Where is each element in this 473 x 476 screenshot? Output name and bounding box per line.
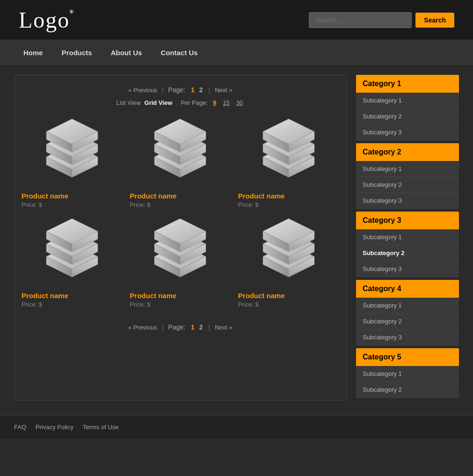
category-block-5: Category 5 Subcategory 1 Subcategory 2 bbox=[356, 348, 459, 398]
product-image-1 bbox=[22, 116, 123, 188]
product-image-6 bbox=[238, 215, 339, 288]
search-button[interactable]: Search bbox=[415, 13, 454, 28]
logo-star: ✳ bbox=[69, 8, 74, 15]
product-item-4[interactable]: Product name Price: $ bbox=[22, 215, 123, 308]
product-icon-svg-3 bbox=[251, 116, 326, 188]
product-image-4 bbox=[22, 215, 123, 288]
product-item-2[interactable]: Product name Price: $ bbox=[130, 116, 231, 208]
category-block-3: Category 3 Subcategory 1 Subcategory 2 S… bbox=[356, 212, 459, 277]
category-block-4: Category 4 Subcategory 1 Subcategory 2 S… bbox=[356, 280, 459, 345]
product-item-6[interactable]: Product name Price: $ bbox=[238, 215, 339, 308]
product-icon-svg-2 bbox=[143, 116, 218, 188]
product-name-2: Product name bbox=[130, 192, 176, 200]
logo-text: Logo bbox=[19, 7, 70, 32]
product-icon-svg-6 bbox=[251, 215, 326, 288]
product-item-1[interactable]: Product name Price: $ bbox=[22, 116, 123, 208]
subcategory-1-1[interactable]: Subcategory 1 bbox=[356, 93, 459, 109]
product-price-2: Price: $ bbox=[130, 201, 150, 208]
footer-link-faq[interactable]: FAQ bbox=[14, 424, 26, 431]
prev-page-top[interactable]: « Previous bbox=[128, 87, 157, 94]
product-icon-svg-4 bbox=[35, 215, 109, 288]
product-price-1: Price: $ bbox=[22, 201, 42, 208]
product-item-3[interactable]: Product name Price: $ bbox=[238, 116, 339, 208]
header: Logo✳ Search bbox=[0, 0, 473, 40]
footer-link-privacy[interactable]: Privacy Policy bbox=[36, 424, 73, 431]
product-name-5: Product name bbox=[130, 292, 176, 300]
product-image-5 bbox=[130, 215, 231, 288]
search-area: Search bbox=[309, 12, 454, 28]
per-page-9[interactable]: 9 bbox=[213, 99, 216, 106]
sep-top: | bbox=[162, 86, 164, 94]
category-block-1: Category 1 Subcategory 1 Subcategory 2 S… bbox=[356, 75, 459, 140]
product-icon-svg-5 bbox=[143, 215, 218, 288]
category-header-4[interactable]: Category 4 bbox=[356, 280, 459, 298]
sidebar: Category 1 Subcategory 1 Subcategory 2 S… bbox=[356, 75, 459, 401]
product-name-4: Product name bbox=[22, 292, 68, 300]
category-header-3[interactable]: Category 3 bbox=[356, 212, 459, 229]
product-name-6: Product name bbox=[238, 292, 285, 300]
subcategory-4-3[interactable]: Subcategory 3 bbox=[356, 330, 459, 345]
page-label-bottom: Page: bbox=[168, 323, 185, 331]
subcategory-3-3[interactable]: Subcategory 3 bbox=[356, 261, 459, 277]
product-name-1: Product name bbox=[22, 192, 68, 200]
product-price-4: Price: $ bbox=[22, 301, 42, 308]
subcategory-4-2[interactable]: Subcategory 2 bbox=[356, 314, 459, 330]
product-image-3 bbox=[238, 116, 339, 188]
view-options: List View Grid View Per Page: 9 15 30 bbox=[22, 99, 339, 111]
grid-view-btn[interactable]: Grid View bbox=[145, 99, 173, 106]
subcategory-5-1[interactable]: Subcategory 1 bbox=[356, 366, 459, 382]
page2-bottom[interactable]: 2 bbox=[199, 323, 203, 331]
page1-bottom[interactable]: 1 bbox=[191, 323, 195, 331]
category-block-2: Category 2 Subcategory 1 Subcategory 2 S… bbox=[356, 143, 459, 209]
subcategory-3-1[interactable]: Subcategory 1 bbox=[356, 229, 459, 245]
subcategory-3-2[interactable]: Subcategory 2 bbox=[356, 245, 459, 261]
nav-item-home[interactable]: Home bbox=[14, 40, 52, 65]
nav-item-about[interactable]: About Us bbox=[102, 40, 152, 65]
next-page-top[interactable]: Next » bbox=[215, 87, 233, 94]
footer-link-terms[interactable]: Terms of Use bbox=[83, 424, 119, 431]
product-price-3: Price: $ bbox=[238, 201, 259, 208]
page2-top[interactable]: 2 bbox=[199, 86, 203, 94]
subcategory-2-1[interactable]: Subcategory 1 bbox=[356, 161, 459, 177]
search-input[interactable] bbox=[309, 12, 412, 28]
subcategory-1-3[interactable]: Subcategory 3 bbox=[356, 124, 459, 140]
subcategory-2-3[interactable]: Subcategory 3 bbox=[356, 193, 459, 209]
nav-item-contact[interactable]: Contact Us bbox=[151, 40, 207, 65]
nav-item-products[interactable]: Products bbox=[52, 40, 102, 65]
product-name-3: Product name bbox=[238, 192, 285, 200]
category-header-5[interactable]: Category 5 bbox=[356, 348, 459, 366]
category-header-2[interactable]: Category 2 bbox=[356, 143, 459, 161]
product-image-2 bbox=[130, 116, 231, 188]
list-view-btn[interactable]: List View bbox=[116, 99, 141, 106]
subcategory-4-1[interactable]: Subcategory 1 bbox=[356, 298, 459, 314]
footer: FAQ Privacy Policy Terms of Use bbox=[0, 415, 473, 439]
product-icon-svg-1 bbox=[35, 116, 109, 188]
product-price-5: Price: $ bbox=[130, 301, 150, 308]
product-item-5[interactable]: Product name Price: $ bbox=[130, 215, 231, 308]
pagination-bottom: « Previous | Page: 1 2 | Next » bbox=[22, 320, 339, 337]
subcategory-1-2[interactable]: Subcategory 2 bbox=[356, 109, 459, 124]
per-page-label: Per Page: bbox=[181, 99, 208, 106]
logo: Logo✳ bbox=[19, 7, 70, 33]
pagination-top: « Previous | Page: 1 2 | Next » bbox=[22, 82, 339, 99]
per-page-15[interactable]: 15 bbox=[223, 99, 229, 106]
product-grid: Product name Price: $ bbox=[22, 111, 339, 313]
main-wrapper: « Previous | Page: 1 2 | Next » List Vie… bbox=[0, 66, 473, 410]
per-page-30[interactable]: 30 bbox=[236, 99, 243, 106]
category-header-1[interactable]: Category 1 bbox=[356, 75, 459, 93]
next-page-bottom[interactable]: Next » bbox=[215, 324, 233, 331]
page1-top[interactable]: 1 bbox=[191, 86, 195, 94]
subcategory-2-2[interactable]: Subcategory 2 bbox=[356, 177, 459, 193]
page-label-top: Page: bbox=[168, 86, 185, 94]
product-price-6: Price: $ bbox=[238, 301, 259, 308]
content-panel: « Previous | Page: 1 2 | Next » List Vie… bbox=[14, 75, 347, 401]
subcategory-5-2[interactable]: Subcategory 2 bbox=[356, 382, 459, 398]
nav: Home Products About Us Contact Us bbox=[0, 40, 473, 66]
prev-page-bottom[interactable]: « Previous bbox=[128, 324, 157, 331]
